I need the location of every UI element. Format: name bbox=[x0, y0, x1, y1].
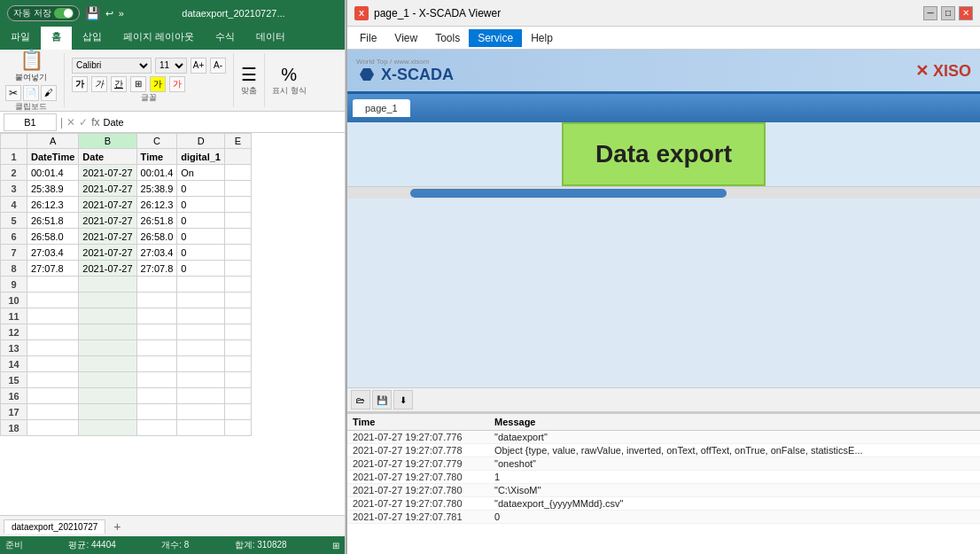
cell-3-1[interactable]: 2021-07-27 bbox=[79, 181, 136, 197]
tab-formula[interactable]: 수식 bbox=[205, 27, 245, 50]
cell-2-1[interactable]: 2021-07-27 bbox=[79, 165, 136, 181]
col-C[interactable]: C bbox=[136, 134, 177, 149]
cell-9-4[interactable] bbox=[224, 277, 251, 293]
toolbar-save-icon[interactable]: 💾 bbox=[85, 6, 100, 20]
cell-7-3[interactable]: 0 bbox=[177, 245, 225, 261]
menu-service[interactable]: Service bbox=[469, 29, 522, 47]
save-button[interactable]: 💾 bbox=[372, 390, 392, 410]
col-E[interactable]: E bbox=[224, 134, 251, 149]
cell-6-1[interactable]: 2021-07-27 bbox=[79, 229, 136, 245]
cancel-formula-button[interactable]: ✕ bbox=[66, 116, 75, 129]
cell-2-3[interactable]: On bbox=[177, 165, 225, 181]
cell-4-3[interactable]: 0 bbox=[177, 197, 225, 213]
cell-9-0[interactable] bbox=[27, 277, 79, 293]
cell-14-3[interactable] bbox=[177, 356, 225, 372]
font-color-button[interactable]: 가 bbox=[169, 76, 185, 92]
cell-12-3[interactable] bbox=[177, 324, 225, 340]
cell-18-3[interactable] bbox=[177, 420, 225, 436]
cell-14-2[interactable] bbox=[136, 356, 177, 372]
cell-3-4[interactable] bbox=[224, 181, 251, 197]
cell-18-4[interactable] bbox=[224, 420, 251, 436]
menu-view[interactable]: View bbox=[385, 29, 426, 47]
cell-7-0[interactable]: 27:03.4 bbox=[27, 245, 79, 261]
format-painter-button[interactable]: 🖌 bbox=[41, 85, 57, 101]
cell-10-0[interactable] bbox=[27, 293, 79, 308]
cell-5-4[interactable] bbox=[224, 213, 251, 229]
cell-8-3[interactable]: 0 bbox=[177, 261, 225, 277]
cell-13-2[interactable] bbox=[136, 340, 177, 356]
more-icon[interactable]: » bbox=[119, 8, 124, 19]
cell-7-1[interactable]: 2021-07-27 bbox=[79, 245, 136, 261]
cell-15-1[interactable] bbox=[79, 372, 136, 388]
autosave-badge[interactable]: 자동 저장 bbox=[7, 5, 80, 21]
cell-15-4[interactable] bbox=[224, 372, 251, 388]
cell-11-2[interactable] bbox=[136, 308, 177, 324]
cell-13-3[interactable] bbox=[177, 340, 225, 356]
cell-11-0[interactable] bbox=[27, 308, 79, 324]
cell-6-0[interactable]: 26:58.0 bbox=[27, 229, 79, 245]
cell-4-2[interactable]: 26:12.3 bbox=[136, 197, 177, 213]
close-button[interactable]: ✕ bbox=[959, 6, 973, 20]
cell-5-1[interactable]: 2021-07-27 bbox=[79, 213, 136, 229]
cell-16-4[interactable] bbox=[224, 388, 251, 404]
open-button[interactable]: 🗁 bbox=[351, 390, 370, 410]
copy-button[interactable]: 📄 bbox=[23, 85, 39, 101]
nav-tab-page1[interactable]: page_1 bbox=[353, 99, 410, 117]
col-D[interactable]: D bbox=[177, 134, 225, 149]
cell-3-2[interactable]: 25:38.9 bbox=[136, 181, 177, 197]
cell-1-0[interactable]: DateTime bbox=[27, 149, 79, 165]
cell-17-4[interactable] bbox=[224, 404, 251, 420]
cell-13-0[interactable] bbox=[27, 340, 79, 356]
sheet-tab-dataexport[interactable]: dataexport_20210727 bbox=[4, 519, 105, 534]
cell-4-0[interactable]: 26:12.3 bbox=[27, 197, 79, 213]
maximize-button[interactable]: □ bbox=[941, 6, 955, 20]
cell-14-1[interactable] bbox=[79, 356, 136, 372]
cell-13-1[interactable] bbox=[79, 340, 136, 356]
font-family-select[interactable]: Calibri bbox=[72, 58, 152, 74]
menu-file[interactable]: File bbox=[351, 29, 385, 47]
cell-10-2[interactable] bbox=[136, 293, 177, 308]
data-export-box[interactable]: Data export bbox=[562, 122, 766, 186]
cell-9-2[interactable] bbox=[136, 277, 177, 293]
cell-10-3[interactable] bbox=[177, 293, 225, 308]
cell-17-2[interactable] bbox=[136, 404, 177, 420]
formula-input[interactable] bbox=[103, 113, 341, 131]
cell-2-4[interactable] bbox=[224, 165, 251, 181]
tab-data[interactable]: 데이터 bbox=[245, 27, 296, 50]
cell-18-0[interactable] bbox=[27, 420, 79, 436]
cell-8-4[interactable] bbox=[224, 261, 251, 277]
cell-17-1[interactable] bbox=[79, 404, 136, 420]
cell-4-1[interactable]: 2021-07-27 bbox=[79, 197, 136, 213]
cell-8-0[interactable]: 27:07.8 bbox=[27, 261, 79, 277]
cell-2-2[interactable]: 00:01.4 bbox=[136, 165, 177, 181]
cell-16-2[interactable] bbox=[136, 388, 177, 404]
cell-4-4[interactable] bbox=[224, 197, 251, 213]
cell-16-1[interactable] bbox=[79, 388, 136, 404]
number-format-icon[interactable]: % bbox=[281, 65, 297, 85]
cell-1-2[interactable]: Time bbox=[136, 149, 177, 165]
cell-6-2[interactable]: 26:58.0 bbox=[136, 229, 177, 245]
menu-tools[interactable]: Tools bbox=[426, 29, 469, 47]
cell-10-4[interactable] bbox=[224, 293, 251, 308]
menu-help[interactable]: Help bbox=[522, 29, 562, 47]
border-button[interactable]: ⊞ bbox=[130, 76, 146, 92]
cell-10-1[interactable] bbox=[79, 293, 136, 308]
cell-1-1[interactable]: Date bbox=[79, 149, 136, 165]
cell-3-0[interactable]: 25:38.9 bbox=[27, 181, 79, 197]
underline-button[interactable]: 간 bbox=[111, 76, 127, 92]
cell-17-0[interactable] bbox=[27, 404, 79, 420]
fill-color-button[interactable]: 가 bbox=[150, 76, 166, 92]
bold-button[interactable]: 가 bbox=[72, 76, 88, 92]
cell-12-4[interactable] bbox=[224, 324, 251, 340]
cell-9-1[interactable] bbox=[79, 277, 136, 293]
tab-page-layout[interactable]: 페이지 레이아웃 bbox=[113, 27, 205, 50]
cell-6-3[interactable]: 0 bbox=[177, 229, 225, 245]
decrease-font-button[interactable]: A- bbox=[210, 58, 226, 74]
col-A[interactable]: A bbox=[27, 134, 79, 149]
cell-3-3[interactable]: 0 bbox=[177, 181, 225, 197]
paste-button[interactable]: 📋 붙여넣기 bbox=[15, 49, 47, 83]
cell-16-3[interactable] bbox=[177, 388, 225, 404]
cell-2-0[interactable]: 00:01.4 bbox=[27, 165, 79, 181]
cell-5-2[interactable]: 26:51.8 bbox=[136, 213, 177, 229]
cell-14-4[interactable] bbox=[224, 356, 251, 372]
